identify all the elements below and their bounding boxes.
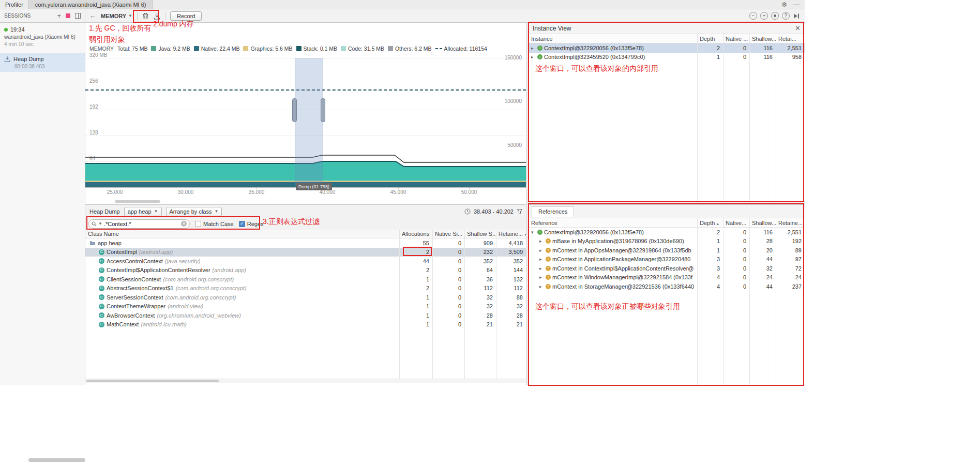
checkbox-checked-icon: ✓	[239, 221, 245, 227]
clear-search-icon[interactable]: ✕	[181, 221, 187, 227]
chevron-right-icon[interactable]: ▸	[539, 275, 544, 280]
reference-row[interactable]: ▸fmContext in StorageManager@322921536 (…	[529, 282, 805, 291]
column-header-allocations[interactable]: Allocations	[399, 231, 432, 237]
timeline-scrollbar-thumb[interactable]	[115, 200, 160, 203]
artifact-timestamp: 00:00:38.403	[4, 64, 81, 69]
artifact-label: Heap Dump	[13, 56, 44, 62]
column-header-shallow-size[interactable]: Shallow S...	[464, 231, 496, 237]
legend-label: Native: 22.4 MB	[201, 46, 240, 52]
chevron-down-icon[interactable]: ▼	[98, 221, 102, 226]
column-header-native[interactable]: Native...	[723, 220, 749, 226]
reference-row[interactable]: ▸fmBase in MyApplication@319678096 (0x13…	[529, 237, 805, 246]
scrollbar-thumb[interactable]	[86, 380, 219, 382]
chevron-right-icon[interactable]: ▸	[531, 46, 536, 51]
chevron-right-icon[interactable]: ▸	[531, 54, 536, 59]
arrange-select[interactable]: Arrange by class▼	[166, 207, 222, 216]
heap-select[interactable]: app heap▼	[124, 207, 162, 216]
heap-dump-artifact[interactable]: Heap Dump 00:00:38.403	[0, 53, 85, 72]
add-session-icon[interactable]: +	[57, 12, 61, 19]
heap-table-row[interactable]: CAbstractSessionContext$1(com.android.or…	[85, 284, 526, 293]
settings-gear-icon[interactable]: ⚙	[781, 1, 787, 8]
record-button[interactable]: Record	[170, 11, 202, 21]
timeline-selection[interactable]	[295, 58, 323, 187]
reference-row[interactable]: ▸fmContext in WindowManagerImpl@32292158…	[529, 273, 805, 282]
heap-table-row[interactable]: CMathContext(android.icu.math)102121	[85, 320, 526, 329]
column-header-instance[interactable]: Instance	[529, 36, 697, 42]
chevron-right-icon[interactable]: ▸	[539, 266, 544, 271]
heap-dump-icon[interactable]	[154, 12, 160, 20]
go-live-icon[interactable]	[793, 13, 800, 19]
reset-zoom-icon[interactable]	[771, 12, 779, 20]
arrange-select-value: Arrange by class	[170, 208, 212, 215]
match-case-checkbox[interactable]: Match Case	[195, 221, 234, 227]
zoom-in-icon[interactable]: +	[760, 12, 768, 20]
zoom-out-icon[interactable]: −	[749, 12, 757, 20]
back-arrow-icon[interactable]: ←	[89, 12, 96, 20]
heap-table-row[interactable]: CAccessControlContext(java.security)4403…	[85, 257, 526, 266]
legend-label: Allocated: 116154	[444, 46, 487, 52]
shallow-size-value: 32	[749, 265, 776, 272]
column-header-depth[interactable]: Depth▲	[697, 220, 723, 226]
selection-right-handle[interactable]	[321, 98, 325, 122]
heap-table-row[interactable]: CAwBrowserContext(org.chromium.android_w…	[85, 311, 526, 320]
instance-row[interactable]: ▸iContextImpl@323459520 (0x134799c0)1011…	[529, 53, 805, 62]
hide-window-icon[interactable]: —	[793, 1, 800, 8]
column-header-retained[interactable]: Retai...	[776, 36, 805, 42]
heap-table-row[interactable]: CContextThemeWrapper(android.view)103232	[85, 302, 526, 311]
checkbox-unchecked-icon	[195, 221, 201, 227]
chevron-right-icon[interactable]: ▸	[539, 238, 544, 244]
filter-funnel-icon[interactable]	[517, 208, 523, 215]
instance-table-header: Instance Depth Native ... Shallow... Ret…	[529, 34, 805, 43]
heap-table-row[interactable]: app heap5509094,418	[85, 238, 526, 248]
collapse-panel-icon[interactable]	[75, 13, 81, 19]
tab-references[interactable]: References	[532, 206, 574, 217]
reference-row[interactable]: ▾iContextImpl@322920056 (0x133f5e78)2011…	[529, 228, 805, 237]
chevron-down-icon: ▼	[128, 13, 132, 18]
help-icon[interactable]: ?	[782, 12, 790, 20]
reference-row[interactable]: ▸fmContext in ContextImpl$ApplicationCon…	[529, 264, 805, 273]
memory-timeline[interactable]: MEMORY Total: 75 MB Java: 9.2 MBNative: …	[85, 23, 526, 204]
column-header-retained-size[interactable]: Retaine...▼	[496, 231, 526, 237]
chevron-right-icon[interactable]: ▸	[539, 284, 544, 289]
column-header-native-size[interactable]: Native Si...	[432, 231, 464, 237]
column-header-reference[interactable]: Reference	[529, 220, 697, 226]
gc-trash-icon[interactable]	[142, 12, 149, 20]
profiler-tool-label[interactable]: Profiler	[0, 2, 28, 8]
page-scrollbar-thumb[interactable]	[28, 458, 85, 462]
heap-table-row[interactable]: CClientSessionContext(com.android.org.co…	[85, 275, 526, 284]
regex-checkbox[interactable]: ✓Regex	[239, 221, 264, 227]
shallow-size-value: 352	[464, 258, 496, 264]
column-header-native[interactable]: Native ...	[723, 36, 749, 42]
legend-label: Java: 9.2 MB	[158, 46, 190, 52]
chevron-right-icon[interactable]: ▸	[539, 257, 544, 262]
stop-session-icon[interactable]	[66, 13, 70, 18]
close-icon[interactable]: ✕	[795, 24, 801, 32]
column-header-retained[interactable]: Retaine...	[776, 220, 805, 226]
column-header-class-name[interactable]: Class Name	[85, 231, 399, 237]
sessions-header: SESSIONS +	[0, 9, 85, 22]
heap-horizontal-scrollbar[interactable]	[85, 379, 526, 383]
shallow-size-value: 32	[464, 294, 496, 301]
column-header-depth[interactable]: Depth	[697, 36, 723, 42]
heap-table-row[interactable]: CContextImpl$ApplicationContentResolver(…	[85, 266, 526, 275]
column-header-shallow[interactable]: Shallow...	[749, 36, 776, 42]
native-size-value: 0	[723, 274, 749, 280]
retained-size-value: 3,509	[496, 249, 526, 255]
chevron-down-icon[interactable]: ▾	[531, 230, 536, 235]
instance-row[interactable]: ▸iContextImpl@322920056 (0x133f5e78)2011…	[529, 43, 805, 53]
selection-left-handle[interactable]	[292, 98, 297, 122]
reference-row[interactable]: ▸fmContext in ApplicationPackageManager@…	[529, 255, 805, 264]
heap-table-row[interactable]: CServerSessionContext(com.android.org.co…	[85, 293, 526, 302]
class-name: ServerSessionContext	[107, 294, 163, 301]
session-entry[interactable]: 19:34 wanandroid_java (Xiaomi MI 6) 4 mi…	[0, 23, 85, 49]
heap-table-row[interactable]: CContextImpl(android.app)202323,509	[85, 248, 526, 257]
native-size-value: 0	[432, 285, 464, 291]
column-header-shallow[interactable]: Shallow...	[749, 220, 776, 226]
search-input[interactable]: ▼ .*Context.* ✕	[88, 219, 190, 229]
memory-stage-dropdown[interactable]: MEMORY▼	[101, 13, 132, 19]
reference-row[interactable]: ▸fmContext in AppOpsManager@322919864 (0…	[529, 246, 805, 255]
heap-select-value: app heap	[128, 208, 152, 215]
chevron-right-icon[interactable]: ▸	[539, 248, 544, 253]
session-tab[interactable]: com.yuloran.wanandroid_java (Xiaomi MI 6…	[28, 0, 153, 9]
session-duration: 4 min 10 sec	[4, 41, 81, 47]
